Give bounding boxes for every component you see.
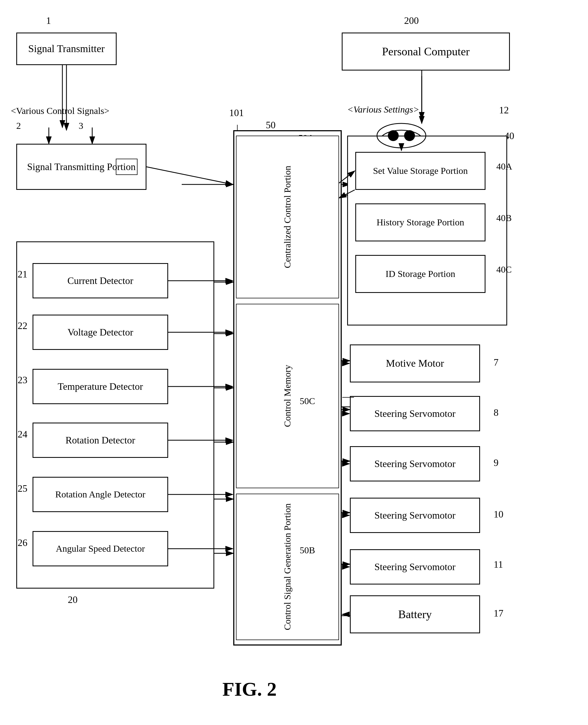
personal-computer-box: Personal Computer (342, 33, 510, 70)
ref-50B-label: 50B (300, 545, 315, 556)
figure-label: FIG. 2 (223, 678, 277, 701)
ref-21-label: 21 (18, 269, 27, 280)
voltage-detector-box: Voltage Detector (33, 315, 168, 350)
temperature-detector-box: Temperature Detector (33, 369, 168, 404)
ref-24-label: 24 (18, 429, 27, 440)
control-memory-section: Control Memory (236, 304, 339, 488)
svg-line-31 (146, 167, 233, 184)
steering-servomotor-11-box: Steering Servomotor (350, 549, 480, 584)
various-control-signals-label: <Various Control Signals> (11, 106, 109, 116)
steering-servomotor-8-box: Steering Servomotor (350, 396, 480, 431)
steering-servomotor-10-box: Steering Servomotor (350, 498, 480, 533)
ref-7-label: 7 (493, 357, 499, 368)
id-storage-box: ID Storage Portion (355, 255, 485, 293)
ref-10-label: 10 (493, 509, 503, 520)
ref-2-label: 2 (16, 121, 21, 131)
angular-speed-detector-box: Angular Speed Detector (33, 531, 168, 566)
set-value-storage-box: Set Value Storage Portion (355, 152, 485, 190)
history-storage-box: History Storage Portion (355, 203, 485, 242)
ref-101-label: 101 (229, 107, 244, 119)
ref-11-label: 11 (493, 559, 503, 570)
ref-50-label: 50 (266, 119, 276, 131)
ref-9-label: 9 (493, 457, 499, 469)
ref-17-label: 17 (493, 607, 503, 619)
ref-12-label: 12 (499, 104, 509, 116)
ref-40C-label: 40C (496, 265, 512, 275)
centralized-control-portion-section: Centralized Control Portion (236, 136, 339, 298)
control-signal-generation-section: Control Signal Generation Portion (236, 494, 339, 640)
rotation-detector-box: Rotation Detector (33, 422, 168, 458)
current-detector-box: Current Detector (33, 263, 168, 298)
ref-8-label: 8 (493, 407, 499, 418)
signal-transmitter-box: Signal Transmitter (16, 33, 117, 65)
ref-40A-label: 40A (496, 161, 512, 172)
ref-26-label: 26 (18, 537, 27, 548)
ref-40B-label: 40B (496, 213, 512, 223)
ref-3-label: 3 (79, 121, 83, 131)
ref-50C-label: 50C (300, 396, 315, 406)
ref-20-label: 20 (68, 594, 78, 605)
ref-23-label: 23 (18, 374, 27, 386)
ref-200-label: 200 (404, 15, 419, 26)
ref-1-label: 1 (46, 15, 51, 26)
steering-servomotor-9-box: Steering Servomotor (350, 446, 480, 481)
rotation-angle-detector-box: Rotation Angle Detector (33, 477, 168, 512)
ref-25-label: 25 (18, 483, 27, 494)
ref-22-label: 22 (18, 320, 27, 331)
motive-motor-box: Motive Motor (350, 345, 480, 382)
signal-transmitting-portion-box: Signal Transmitting Portion (16, 144, 146, 190)
battery-box: Battery (350, 595, 480, 633)
various-settings-label: <Various Settings> (347, 104, 419, 115)
